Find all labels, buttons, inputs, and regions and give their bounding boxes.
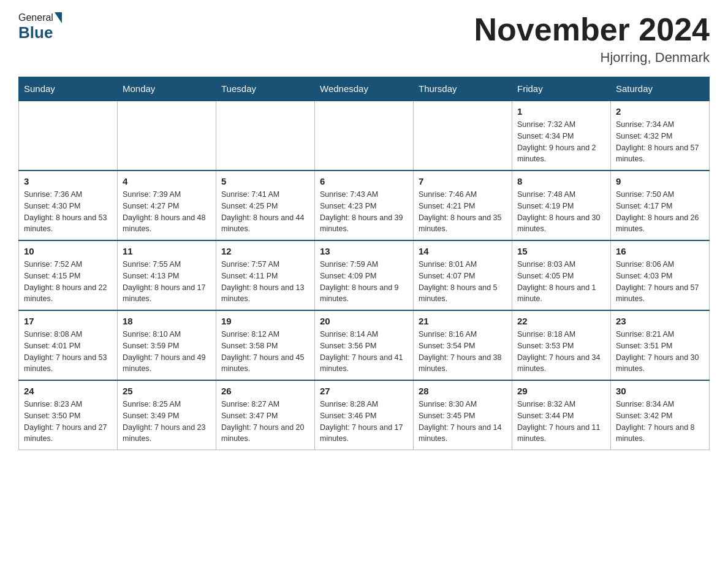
day-info: Sunrise: 7:39 AM Sunset: 4:27 PM Dayligh… xyxy=(123,189,211,235)
calendar-week-row: 17Sunrise: 8:08 AM Sunset: 4:01 PM Dayli… xyxy=(19,310,710,380)
day-number: 1 xyxy=(517,106,605,117)
logo: General Blue xyxy=(18,12,62,42)
day-number: 14 xyxy=(419,246,507,256)
calendar-week-row: 1Sunrise: 7:32 AM Sunset: 4:34 PM Daylig… xyxy=(19,101,710,170)
day-info: Sunrise: 7:55 AM Sunset: 4:13 PM Dayligh… xyxy=(123,259,211,305)
day-info: Sunrise: 7:32 AM Sunset: 4:34 PM Dayligh… xyxy=(517,119,605,165)
calendar-cell: 2Sunrise: 7:34 AM Sunset: 4:32 PM Daylig… xyxy=(611,101,710,170)
day-info: Sunrise: 8:06 AM Sunset: 4:03 PM Dayligh… xyxy=(616,259,704,305)
calendar-cell: 10Sunrise: 7:52 AM Sunset: 4:15 PM Dayli… xyxy=(19,240,118,310)
day-info: Sunrise: 7:57 AM Sunset: 4:11 PM Dayligh… xyxy=(221,259,309,305)
day-number: 29 xyxy=(517,386,605,396)
day-info: Sunrise: 8:08 AM Sunset: 4:01 PM Dayligh… xyxy=(24,329,112,375)
calendar-cell: 8Sunrise: 7:48 AM Sunset: 4:19 PM Daylig… xyxy=(512,170,611,240)
day-number: 7 xyxy=(419,176,507,186)
calendar-cell: 18Sunrise: 8:10 AM Sunset: 3:59 PM Dayli… xyxy=(118,310,216,380)
calendar-cell: 19Sunrise: 8:12 AM Sunset: 3:58 PM Dayli… xyxy=(216,310,315,380)
day-number: 12 xyxy=(221,246,309,256)
calendar-cell: 15Sunrise: 8:03 AM Sunset: 4:05 PM Dayli… xyxy=(512,240,611,310)
day-info: Sunrise: 8:28 AM Sunset: 3:46 PM Dayligh… xyxy=(320,399,408,445)
day-info: Sunrise: 8:23 AM Sunset: 3:50 PM Dayligh… xyxy=(24,399,112,445)
day-number: 20 xyxy=(320,316,408,326)
day-number: 18 xyxy=(123,316,211,326)
title-section: November 2024 Hjorring, Denmark xyxy=(474,12,710,66)
day-info: Sunrise: 8:03 AM Sunset: 4:05 PM Dayligh… xyxy=(517,259,605,305)
day-of-week-header: Monday xyxy=(118,77,216,101)
calendar-header-row: SundayMondayTuesdayWednesdayThursdayFrid… xyxy=(19,77,710,101)
day-of-week-header: Saturday xyxy=(611,77,710,101)
calendar-cell: 23Sunrise: 8:21 AM Sunset: 3:51 PM Dayli… xyxy=(611,310,710,380)
day-of-week-header: Wednesday xyxy=(315,77,414,101)
calendar-cell: 27Sunrise: 8:28 AM Sunset: 3:46 PM Dayli… xyxy=(315,380,414,450)
calendar-cell: 25Sunrise: 8:25 AM Sunset: 3:49 PM Dayli… xyxy=(118,380,216,450)
day-info: Sunrise: 8:30 AM Sunset: 3:45 PM Dayligh… xyxy=(419,399,507,445)
logo-blue-text: Blue xyxy=(18,23,53,42)
day-number: 5 xyxy=(221,176,309,186)
logo-triangle-icon xyxy=(55,12,62,23)
day-info: Sunrise: 7:52 AM Sunset: 4:15 PM Dayligh… xyxy=(24,259,112,305)
day-number: 2 xyxy=(616,106,704,117)
day-number: 17 xyxy=(24,316,112,326)
calendar-cell: 5Sunrise: 7:41 AM Sunset: 4:25 PM Daylig… xyxy=(216,170,315,240)
calendar-week-row: 10Sunrise: 7:52 AM Sunset: 4:15 PM Dayli… xyxy=(19,240,710,310)
calendar-cell: 11Sunrise: 7:55 AM Sunset: 4:13 PM Dayli… xyxy=(118,240,216,310)
calendar-cell: 1Sunrise: 7:32 AM Sunset: 4:34 PM Daylig… xyxy=(512,101,611,170)
day-info: Sunrise: 8:10 AM Sunset: 3:59 PM Dayligh… xyxy=(123,329,211,375)
day-info: Sunrise: 7:46 AM Sunset: 4:21 PM Dayligh… xyxy=(419,189,507,235)
calendar-cell: 9Sunrise: 7:50 AM Sunset: 4:17 PM Daylig… xyxy=(611,170,710,240)
month-year-title: November 2024 xyxy=(474,12,710,47)
day-info: Sunrise: 8:25 AM Sunset: 3:49 PM Dayligh… xyxy=(123,399,211,445)
page-header: General Blue November 2024 Hjorring, Den… xyxy=(18,12,710,66)
day-number: 27 xyxy=(320,386,408,396)
calendar-cell: 14Sunrise: 8:01 AM Sunset: 4:07 PM Dayli… xyxy=(414,240,512,310)
day-number: 16 xyxy=(616,246,704,256)
day-info: Sunrise: 8:01 AM Sunset: 4:07 PM Dayligh… xyxy=(419,259,507,305)
day-number: 15 xyxy=(517,246,605,256)
calendar-cell: 22Sunrise: 8:18 AM Sunset: 3:53 PM Dayli… xyxy=(512,310,611,380)
calendar-cell: 4Sunrise: 7:39 AM Sunset: 4:27 PM Daylig… xyxy=(118,170,216,240)
calendar-cell: 12Sunrise: 7:57 AM Sunset: 4:11 PM Dayli… xyxy=(216,240,315,310)
calendar-cell: 24Sunrise: 8:23 AM Sunset: 3:50 PM Dayli… xyxy=(19,380,118,450)
day-info: Sunrise: 7:34 AM Sunset: 4:32 PM Dayligh… xyxy=(616,119,704,165)
day-number: 23 xyxy=(616,316,704,326)
location-subtitle: Hjorring, Denmark xyxy=(474,50,710,66)
day-info: Sunrise: 8:27 AM Sunset: 3:47 PM Dayligh… xyxy=(221,399,309,445)
calendar-table: SundayMondayTuesdayWednesdayThursdayFrid… xyxy=(18,77,710,450)
day-number: 30 xyxy=(616,386,704,396)
day-info: Sunrise: 8:16 AM Sunset: 3:54 PM Dayligh… xyxy=(419,329,507,375)
calendar-week-row: 3Sunrise: 7:36 AM Sunset: 4:30 PM Daylig… xyxy=(19,170,710,240)
day-number: 8 xyxy=(517,176,605,186)
calendar-cell xyxy=(315,101,414,170)
calendar-cell xyxy=(216,101,315,170)
day-info: Sunrise: 8:12 AM Sunset: 3:58 PM Dayligh… xyxy=(221,329,309,375)
day-number: 9 xyxy=(616,176,704,186)
calendar-cell: 3Sunrise: 7:36 AM Sunset: 4:30 PM Daylig… xyxy=(19,170,118,240)
day-info: Sunrise: 7:36 AM Sunset: 4:30 PM Dayligh… xyxy=(24,189,112,235)
day-number: 13 xyxy=(320,246,408,256)
calendar-cell xyxy=(19,101,118,170)
day-of-week-header: Friday xyxy=(512,77,611,101)
day-number: 25 xyxy=(123,386,211,396)
day-of-week-header: Tuesday xyxy=(216,77,315,101)
day-info: Sunrise: 7:41 AM Sunset: 4:25 PM Dayligh… xyxy=(221,189,309,235)
calendar-cell: 28Sunrise: 8:30 AM Sunset: 3:45 PM Dayli… xyxy=(414,380,512,450)
calendar-week-row: 24Sunrise: 8:23 AM Sunset: 3:50 PM Dayli… xyxy=(19,380,710,450)
day-info: Sunrise: 7:43 AM Sunset: 4:23 PM Dayligh… xyxy=(320,189,408,235)
calendar-cell: 7Sunrise: 7:46 AM Sunset: 4:21 PM Daylig… xyxy=(414,170,512,240)
calendar-cell: 21Sunrise: 8:16 AM Sunset: 3:54 PM Dayli… xyxy=(414,310,512,380)
day-number: 3 xyxy=(24,176,112,186)
day-info: Sunrise: 8:34 AM Sunset: 3:42 PM Dayligh… xyxy=(616,399,704,445)
calendar-cell: 29Sunrise: 8:32 AM Sunset: 3:44 PM Dayli… xyxy=(512,380,611,450)
calendar-cell xyxy=(118,101,216,170)
calendar-cell: 16Sunrise: 8:06 AM Sunset: 4:03 PM Dayli… xyxy=(611,240,710,310)
calendar-cell: 6Sunrise: 7:43 AM Sunset: 4:23 PM Daylig… xyxy=(315,170,414,240)
day-of-week-header: Thursday xyxy=(414,77,512,101)
calendar-cell: 26Sunrise: 8:27 AM Sunset: 3:47 PM Dayli… xyxy=(216,380,315,450)
day-info: Sunrise: 8:14 AM Sunset: 3:56 PM Dayligh… xyxy=(320,329,408,375)
day-number: 19 xyxy=(221,316,309,326)
day-info: Sunrise: 7:59 AM Sunset: 4:09 PM Dayligh… xyxy=(320,259,408,305)
day-number: 24 xyxy=(24,386,112,396)
day-number: 28 xyxy=(419,386,507,396)
calendar-cell: 13Sunrise: 7:59 AM Sunset: 4:09 PM Dayli… xyxy=(315,240,414,310)
calendar-cell: 30Sunrise: 8:34 AM Sunset: 3:42 PM Dayli… xyxy=(611,380,710,450)
